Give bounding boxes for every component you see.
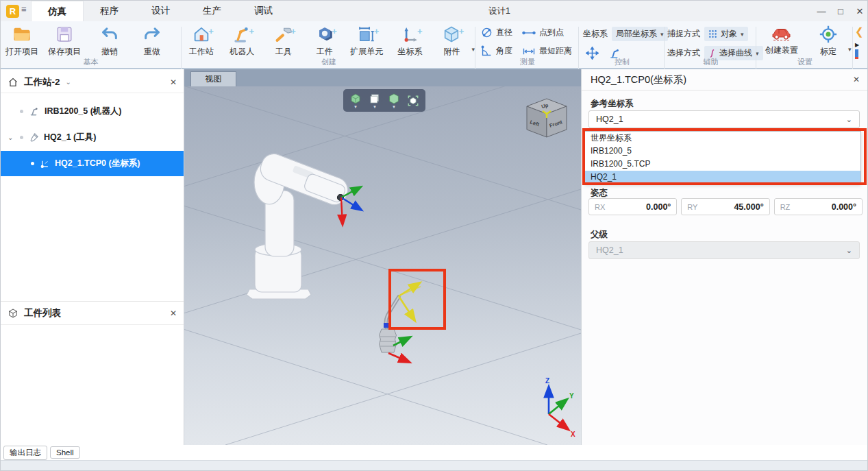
tab-production[interactable]: 生产 bbox=[186, 1, 238, 21]
measure-diameter-button[interactable]: 直径 bbox=[481, 27, 512, 38]
robot-model bbox=[247, 150, 351, 299]
pose-label: 姿态 bbox=[591, 187, 608, 199]
properties-close-icon[interactable]: ✕ bbox=[853, 75, 860, 84]
save-project-button[interactable]: 保存项目 bbox=[43, 21, 86, 58]
viewport-tab-view[interactable]: 视图 bbox=[190, 71, 236, 86]
pose-fields: RX 0.000° RY 45.000° RZ 0.000° bbox=[588, 198, 863, 215]
shortest-distance-icon bbox=[522, 47, 536, 56]
status-bar bbox=[1, 460, 868, 471]
properties-header: HQ2_1.TCP0(坐标系) ✕ bbox=[582, 69, 868, 90]
tree-item-tcp-selected[interactable]: HQ2_1.TCP0 (坐标系) bbox=[1, 151, 184, 176]
cube-icon: + bbox=[442, 25, 461, 44]
hammer-icon: + bbox=[274, 25, 293, 44]
workpiece-panel-close-icon[interactable]: ✕ bbox=[170, 309, 177, 318]
plus-icon: + bbox=[374, 26, 380, 36]
chevron-down-icon[interactable]: ⌄ bbox=[66, 78, 71, 86]
wireframe-view-button[interactable]: ▾ bbox=[369, 93, 381, 108]
close-button[interactable]: ✕ bbox=[855, 6, 865, 16]
open-project-button[interactable]: 打开项目 bbox=[1, 21, 43, 58]
overflow-arrow-icon[interactable]: ▶ bbox=[855, 42, 868, 48]
plus-icon: + bbox=[208, 26, 214, 36]
create-workstation-button[interactable]: + 工作站 bbox=[183, 21, 219, 58]
tab-design[interactable]: 设计 bbox=[135, 1, 186, 21]
window-controls: — □ ✕ bbox=[817, 1, 865, 21]
axis-y-label: Y bbox=[569, 392, 574, 400]
tab-simulation[interactable]: 仿真 bbox=[31, 1, 84, 21]
plus-icon: + bbox=[417, 26, 423, 36]
tree-item-robot[interactable]: IRB1200_5 (机器人) bbox=[1, 103, 184, 119]
coordinate-system-select[interactable]: 局部坐标系▾ bbox=[612, 27, 668, 41]
redo-icon bbox=[142, 25, 162, 44]
application-window: R ≡ 仿真 程序 设计 生产 调试 设计1 — □ ✕ 打开项目 bbox=[0, 0, 868, 471]
axis-z-label: Z bbox=[545, 377, 549, 385]
create-coordinate-system-button[interactable]: + 坐标系 bbox=[393, 21, 428, 58]
create-attachment-button[interactable]: + 附件 bbox=[436, 21, 467, 58]
robot-tree-icon bbox=[29, 106, 40, 117]
grid-lines bbox=[184, 86, 581, 445]
app-logo[interactable]: R bbox=[6, 5, 19, 18]
view-cube[interactable]: Up Left Front bbox=[527, 99, 567, 137]
diameter-icon bbox=[481, 27, 493, 38]
create-device-button[interactable]: 创建装置 bbox=[760, 21, 803, 58]
group-label-measure: 测量 bbox=[477, 57, 578, 67]
ry-field[interactable]: RY 45.000° bbox=[681, 198, 769, 215]
ribbon-group-assist: 捕捉方式 对象▾ 选择方式 选择曲线▾ 辅助 bbox=[666, 21, 756, 68]
document-title: 设计1 bbox=[488, 1, 510, 21]
calibrate-dropdown-caret[interactable]: ▾ bbox=[848, 46, 852, 53]
measure-shortest-distance-button[interactable]: 最短距离 bbox=[522, 45, 572, 57]
reference-frame-select[interactable]: HQ2_1 ⌄ bbox=[588, 110, 860, 128]
workstation-panel-title: 工作站-2 bbox=[24, 76, 60, 88]
collapse-chevron-icon[interactable]: ❮ bbox=[855, 25, 868, 38]
minimize-button[interactable]: — bbox=[817, 6, 826, 16]
bottom-tab-bar: 输出日志 Shell bbox=[1, 445, 868, 460]
shaded-view-button[interactable]: ▾ bbox=[349, 93, 362, 108]
3d-scene-canvas[interactable]: Up Left Front Z Y X bbox=[184, 86, 581, 445]
target-icon bbox=[819, 25, 838, 44]
measure-point-to-point-button[interactable]: 点到点 bbox=[522, 27, 564, 38]
maximize-button[interactable]: □ bbox=[836, 6, 845, 16]
create-tool-button[interactable]: + 工具 bbox=[267, 21, 300, 58]
create-workpiece-button[interactable]: + 工件 bbox=[308, 21, 341, 58]
shell-tab[interactable]: Shell bbox=[50, 446, 80, 459]
home-icon bbox=[8, 77, 18, 88]
tree-bullet bbox=[20, 136, 23, 139]
plus-icon: + bbox=[290, 26, 296, 36]
ribbon-group-control: 坐标系 局部坐标系▾ 控制 bbox=[580, 21, 664, 68]
workstation-panel-close-icon[interactable]: ✕ bbox=[170, 77, 177, 87]
car-icon bbox=[771, 25, 793, 43]
output-log-tab[interactable]: 输出日志 bbox=[3, 446, 47, 460]
tree-item-tool[interactable]: ⌄ HQ2_1 (工具) bbox=[1, 129, 184, 145]
tcp-frame-arrows bbox=[399, 283, 421, 320]
menu-tab-bar: 仿真 程序 设计 生产 调试 bbox=[31, 1, 289, 21]
rx-field[interactable]: RX 0.000° bbox=[588, 198, 677, 215]
expander-chevron-icon[interactable]: ⌄ bbox=[8, 134, 13, 141]
fit-view-button[interactable] bbox=[407, 95, 419, 107]
hex-nut-icon: + bbox=[315, 25, 334, 44]
world-axes-triad: Z Y X bbox=[545, 377, 575, 438]
group-label-settings: 设置 bbox=[758, 57, 852, 67]
tab-program[interactable]: 程序 bbox=[84, 1, 135, 21]
create-extension-unit-button[interactable]: + 扩展单元 bbox=[347, 21, 387, 58]
create-robot-button[interactable]: + 机器人 bbox=[223, 21, 260, 58]
tab-debug[interactable]: 调试 bbox=[238, 1, 289, 21]
view-mode-toolbar: ▾ ▾ ▾ bbox=[343, 89, 425, 112]
parent-label: 父级 bbox=[591, 229, 608, 241]
ribbon-overflow: ❮ ▶ bbox=[855, 21, 868, 68]
clipped-tool-icon[interactable] bbox=[855, 49, 858, 59]
workpiece-panel-title: 工件列表 bbox=[24, 307, 61, 319]
undo-button[interactable]: 撤销 bbox=[88, 21, 131, 58]
rz-field[interactable]: RZ 0.000° bbox=[774, 198, 863, 215]
folder-icon bbox=[12, 25, 32, 44]
workstation-house-icon: + bbox=[192, 25, 211, 44]
group-label-create: 创建 bbox=[183, 57, 475, 67]
properties-title: HQ2_1.TCP0(坐标系) bbox=[591, 73, 686, 86]
snap-mode-select[interactable]: 对象▾ bbox=[704, 27, 748, 41]
redo-button[interactable]: 重做 bbox=[131, 21, 173, 58]
ribbon: 打开项目 保存项目 撤销 重做 基本 bbox=[1, 21, 868, 69]
ribbon-group-basic: 打开项目 保存项目 撤销 重做 基本 bbox=[1, 21, 181, 68]
3d-scene-graphics: Up Left Front Z Y X bbox=[184, 86, 581, 445]
solid-view-button[interactable]: ▾ bbox=[388, 93, 400, 108]
measure-angle-button[interactable]: 角度 bbox=[481, 45, 512, 57]
calibrate-button[interactable]: 标定 bbox=[811, 21, 845, 58]
menu-icon[interactable]: ≡ bbox=[21, 4, 27, 14]
